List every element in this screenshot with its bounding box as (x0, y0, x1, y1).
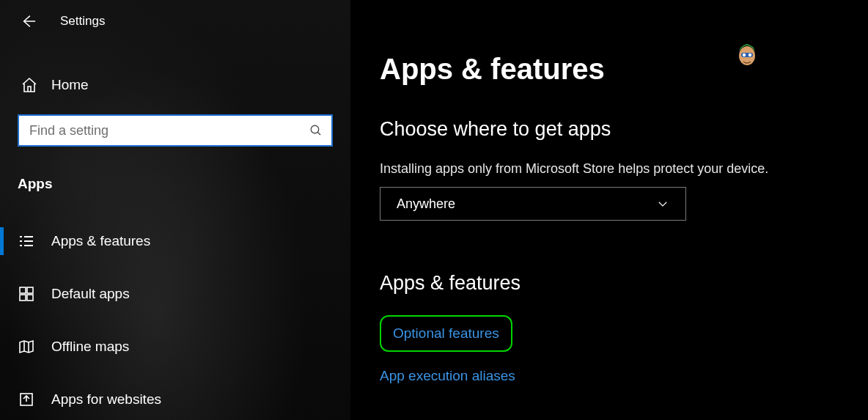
home-icon (21, 76, 38, 94)
app-source-dropdown[interactable]: Anywhere (380, 187, 686, 221)
svg-rect-3 (20, 295, 26, 301)
highlight-box: Optional features (380, 315, 512, 352)
app-title: Settings (60, 14, 105, 29)
nav-item-label: Offline maps (51, 339, 129, 355)
back-button[interactable] (21, 13, 37, 29)
share-icon (18, 391, 35, 408)
list-icon (18, 232, 35, 250)
page-title: Apps & features (380, 53, 868, 86)
avatar (735, 38, 760, 67)
section-helper: Installing apps only from Microsoft Stor… (380, 161, 868, 177)
home-label: Home (51, 77, 89, 93)
titlebar: Settings (0, 7, 350, 35)
search-input[interactable] (29, 123, 309, 139)
svg-point-8 (743, 54, 746, 56)
nav-item-offline-maps[interactable]: Offline maps (0, 325, 350, 368)
sidebar: Settings Home Apps Apps & features (0, 0, 350, 420)
section-heading-apps-features: Apps & features (380, 272, 868, 295)
defaults-icon (18, 285, 35, 303)
nav-item-label: Default apps (51, 286, 130, 302)
main-content: Apps & features Choose where to get apps… (350, 0, 868, 420)
category-heading: Apps (18, 176, 350, 192)
nav-item-apps-features[interactable]: Apps & features (0, 220, 350, 262)
nav-item-label: Apps for websites (51, 391, 161, 408)
home-nav[interactable]: Home (0, 76, 350, 94)
svg-rect-1 (20, 287, 26, 293)
svg-point-9 (749, 54, 751, 56)
dropdown-value: Anywhere (397, 196, 455, 212)
chevron-down-icon (656, 197, 669, 210)
svg-point-0 (311, 125, 319, 133)
search-icon (309, 124, 323, 137)
nav-item-default-apps[interactable]: Default apps (0, 273, 350, 315)
app-execution-aliases-link[interactable]: App execution aliases (380, 368, 515, 384)
map-icon (18, 338, 35, 355)
optional-features-link[interactable]: Optional features (393, 325, 499, 341)
nav-item-label: Apps & features (51, 233, 150, 249)
section-heading-source: Choose where to get apps (380, 118, 868, 141)
svg-rect-4 (27, 295, 33, 301)
svg-rect-2 (27, 287, 33, 293)
search-box[interactable] (18, 114, 333, 147)
nav-item-apps-for-websites[interactable]: Apps for websites (0, 378, 350, 420)
nav-list: Apps & features Default apps Offline map… (0, 220, 350, 420)
